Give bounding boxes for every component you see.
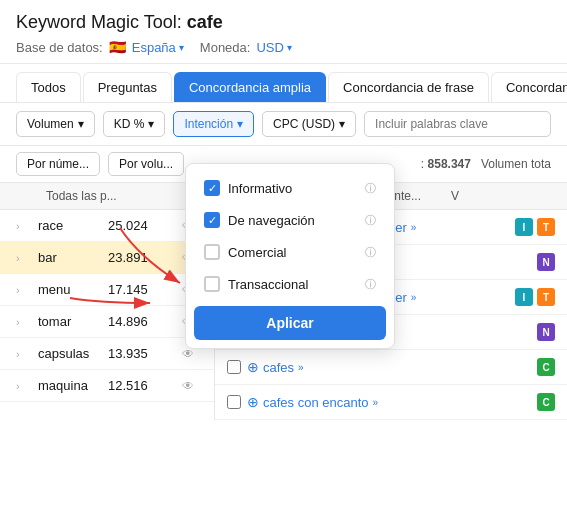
checkbox-navegacion bbox=[204, 212, 220, 228]
info-icon-2[interactable]: ⓘ bbox=[365, 213, 376, 228]
chevron-icon: ▾ bbox=[78, 117, 84, 131]
table-row: › race 25.024 👁 bbox=[0, 210, 214, 242]
row-checkbox[interactable] bbox=[227, 360, 241, 374]
badge-I: I bbox=[515, 288, 533, 306]
keyword-value: cafe bbox=[187, 12, 223, 32]
info-icon-4[interactable]: ⓘ bbox=[365, 277, 376, 292]
checkbox-transaccional bbox=[204, 276, 220, 292]
total-count: 858.347 bbox=[428, 157, 471, 171]
info-icon[interactable]: ⓘ bbox=[365, 181, 376, 196]
tabs-row: Todos Preguntas Concordancia amplia Conc… bbox=[0, 64, 567, 103]
apply-button[interactable]: Aplicar bbox=[194, 306, 386, 340]
dropdown-item-comercial[interactable]: Comercial ⓘ bbox=[194, 236, 386, 268]
expand-icon[interactable]: › bbox=[16, 316, 38, 328]
dropdown-item-transaccional[interactable]: Transaccional ⓘ bbox=[194, 268, 386, 300]
item-navegacion-label: De navegación bbox=[228, 213, 315, 228]
chevron-down-icon-2: ▾ bbox=[287, 42, 292, 53]
badge-N: N bbox=[537, 253, 555, 271]
result-keyword[interactable]: cafes con encanto bbox=[263, 395, 369, 410]
filter-intencion-label: Intención bbox=[184, 117, 233, 131]
currency-label: Moneda: bbox=[200, 40, 251, 55]
sort-by-volume[interactable]: Por volu... bbox=[108, 152, 184, 176]
item-informativo-label: Informativo bbox=[228, 181, 292, 196]
chevron-down-icon: ▾ bbox=[179, 42, 184, 53]
table-row: › menu 17.145 👁 bbox=[0, 274, 214, 306]
filter-cpc-label: CPC (USD) bbox=[273, 117, 335, 131]
table-row: › maquina 12.516 👁 bbox=[0, 370, 214, 402]
arrows-icon[interactable]: » bbox=[373, 397, 379, 408]
filter-cpc[interactable]: CPC (USD) ▾ bbox=[262, 111, 356, 137]
tab-todos[interactable]: Todos bbox=[16, 72, 81, 102]
currency-value: USD bbox=[256, 40, 283, 55]
filter-volumen-label: Volumen bbox=[27, 117, 74, 131]
filter-kd-label: KD % bbox=[114, 117, 145, 131]
keyword-filter-input[interactable] bbox=[364, 111, 551, 137]
tab-concordancia[interactable]: Concordan... bbox=[491, 72, 567, 102]
dropdown-item-informativo[interactable]: Informativo ⓘ bbox=[194, 172, 386, 204]
plus-icon: ⊕ bbox=[247, 394, 259, 410]
expand-icon[interactable]: › bbox=[16, 348, 38, 360]
badge-T: T bbox=[537, 218, 555, 236]
table-row: › capsulas 13.935 👁 bbox=[0, 338, 214, 370]
table-row: › tomar 14.896 👁 bbox=[0, 306, 214, 338]
tool-label: Keyword Magic Tool: bbox=[16, 12, 182, 32]
arrows-icon[interactable]: » bbox=[411, 292, 417, 303]
badge-T: T bbox=[537, 288, 555, 306]
header: Keyword Magic Tool: cafe Base de datos: … bbox=[0, 0, 567, 64]
chevron-icon-2: ▾ bbox=[148, 117, 154, 131]
chevron-icon-3: ▾ bbox=[237, 117, 243, 131]
result-row: ⊕ cafes con encanto » C bbox=[215, 385, 567, 420]
plus-icon: ⊕ bbox=[247, 359, 259, 375]
filters-row: Volumen ▾ KD % ▾ Intención ▾ CPC (USD) ▾ bbox=[0, 103, 567, 146]
col-v: V bbox=[451, 189, 511, 203]
result-keyword[interactable]: cafes bbox=[263, 360, 294, 375]
arrows-icon[interactable]: » bbox=[298, 362, 304, 373]
expand-icon[interactable]: › bbox=[16, 380, 38, 392]
col-intent: Inte... bbox=[391, 189, 451, 203]
tab-concordancia-frase[interactable]: Concordancia de frase bbox=[328, 72, 489, 102]
arrows-icon[interactable]: » bbox=[411, 222, 417, 233]
row-checkbox[interactable] bbox=[227, 395, 241, 409]
filter-volumen[interactable]: Volumen ▾ bbox=[16, 111, 95, 137]
badge-I: I bbox=[515, 218, 533, 236]
item-comercial-label: Comercial bbox=[228, 245, 287, 260]
expand-icon[interactable]: › bbox=[16, 220, 38, 232]
keyword-list: › race 25.024 👁 › bar 23.891 👁 › menu 17… bbox=[0, 210, 215, 420]
tab-concordancia-amplia[interactable]: Concordancia amplia bbox=[174, 72, 326, 102]
item-transaccional-label: Transaccional bbox=[228, 277, 308, 292]
volume-total-label: Volumen tota bbox=[481, 157, 551, 171]
country-name: España bbox=[132, 40, 176, 55]
badge-N: N bbox=[537, 323, 555, 341]
expand-icon[interactable]: › bbox=[16, 284, 38, 296]
table-row: › bar 23.891 👁 bbox=[0, 242, 214, 274]
expand-icon[interactable]: › bbox=[16, 252, 38, 264]
filter-kd[interactable]: KD % ▾ bbox=[103, 111, 166, 137]
eye-icon[interactable]: 👁 bbox=[182, 379, 198, 393]
flag-icon: 🇪🇸 bbox=[109, 39, 126, 55]
info-icon-3[interactable]: ⓘ bbox=[365, 245, 376, 260]
checkbox-comercial bbox=[204, 244, 220, 260]
db-label: Base de datos: bbox=[16, 40, 103, 55]
chevron-icon-4: ▾ bbox=[339, 117, 345, 131]
volume-stats: : 858.347 Volumen tota bbox=[421, 157, 551, 171]
intention-dropdown: Informativo ⓘ De navegación ⓘ Comercial … bbox=[185, 163, 395, 349]
dropdown-menu: Informativo ⓘ De navegación ⓘ Comercial … bbox=[185, 163, 395, 349]
dropdown-item-navegacion[interactable]: De navegación ⓘ bbox=[194, 204, 386, 236]
header-subtitle: Base de datos: 🇪🇸 España ▾ Moneda: USD ▾ bbox=[16, 39, 551, 55]
currency-selector[interactable]: USD ▾ bbox=[256, 40, 291, 55]
tab-preguntas[interactable]: Preguntas bbox=[83, 72, 172, 102]
result-row: ⊕ cafes » C bbox=[215, 350, 567, 385]
page-title: Keyword Magic Tool: cafe bbox=[16, 12, 551, 33]
badge-C: C bbox=[537, 358, 555, 376]
checkbox-informativo bbox=[204, 180, 220, 196]
sort-by-number[interactable]: Por núme... bbox=[16, 152, 100, 176]
filter-intencion[interactable]: Intención ▾ bbox=[173, 111, 254, 137]
badge-C: C bbox=[537, 393, 555, 411]
country-selector[interactable]: España ▾ bbox=[132, 40, 184, 55]
